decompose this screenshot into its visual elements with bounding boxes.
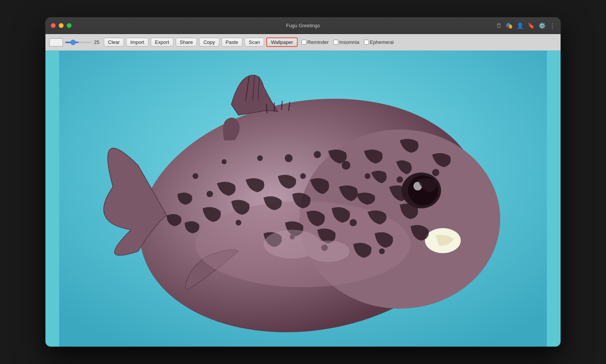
insomnia-checkbox[interactable] [333, 40, 338, 45]
svg-point-14 [365, 173, 370, 179]
ephemeral-checkbox-label[interactable]: Ephemeral [364, 39, 394, 45]
ephemeral-checkbox[interactable] [364, 40, 369, 45]
bookmark-icon[interactable]: 🔖 [528, 22, 535, 29]
mask-icon[interactable]: 🎭 [506, 22, 513, 29]
svg-point-26 [222, 159, 226, 164]
minimize-button[interactable] [59, 23, 64, 28]
svg-point-12 [342, 161, 350, 170]
window-title: Fugu Greetings [286, 23, 320, 28]
svg-point-29 [306, 241, 350, 262]
wallpaper-button[interactable]: Wallpaper [266, 37, 297, 47]
traffic-lights [51, 23, 72, 28]
copy-button[interactable]: Copy [199, 38, 219, 47]
svg-point-16 [397, 176, 403, 183]
import-button[interactable]: Import [126, 38, 148, 47]
brush-size-slider[interactable] [65, 42, 92, 43]
ephemeral-label: Ephemeral [370, 39, 394, 45]
color-swatch[interactable] [49, 38, 63, 47]
svg-point-27 [192, 173, 198, 179]
scan-button[interactable]: Scan [245, 38, 264, 47]
fish-svg [45, 51, 561, 347]
svg-point-17 [432, 169, 439, 176]
fish-display [45, 51, 561, 347]
toolbar: 25 Clear Import Export Share Copy Paste … [45, 34, 561, 51]
profile-icon[interactable]: 👤 [517, 22, 524, 29]
insomnia-label: Insomnia [339, 39, 359, 45]
svg-point-15 [285, 154, 293, 162]
svg-point-25 [257, 155, 263, 161]
svg-point-23 [236, 220, 241, 226]
close-button[interactable] [51, 23, 56, 28]
svg-point-18 [300, 173, 306, 179]
svg-point-21 [379, 249, 385, 254]
reminder-checkbox[interactable] [301, 40, 306, 45]
paste-button[interactable]: Paste [222, 38, 242, 47]
slider-value: 25 [94, 39, 102, 45]
document-icon[interactable]: 🗒 [496, 22, 502, 29]
svg-point-24 [206, 191, 213, 197]
slider-container: 25 [65, 39, 102, 45]
svg-point-19 [350, 219, 357, 226]
export-button[interactable]: Export [151, 38, 173, 47]
settings-icon[interactable]: ⚙️ [539, 22, 546, 29]
maximize-button[interactable] [67, 23, 72, 28]
share-button[interactable]: Share [176, 38, 197, 47]
more-icon[interactable]: ⋮ [550, 22, 555, 29]
clear-button[interactable]: Clear [104, 38, 124, 47]
svg-point-13 [314, 151, 321, 158]
titlebar-icons: 🗒 🎭 👤 🔖 ⚙️ ⋮ [496, 22, 555, 29]
reminder-label: Reminder [308, 39, 329, 45]
checkbox-group: Reminder Insomnia Ephemeral [301, 39, 394, 45]
app-window: Fugu Greetings 🗒 🎭 👤 🔖 ⚙️ ⋮ 25 Clear Imp… [45, 17, 561, 347]
reminder-checkbox-label[interactable]: Reminder [301, 39, 329, 45]
canvas-area[interactable] [45, 51, 561, 347]
insomnia-checkbox-label[interactable]: Insomnia [333, 39, 359, 45]
titlebar: Fugu Greetings 🗒 🎭 👤 🔖 ⚙️ ⋮ [45, 17, 561, 34]
